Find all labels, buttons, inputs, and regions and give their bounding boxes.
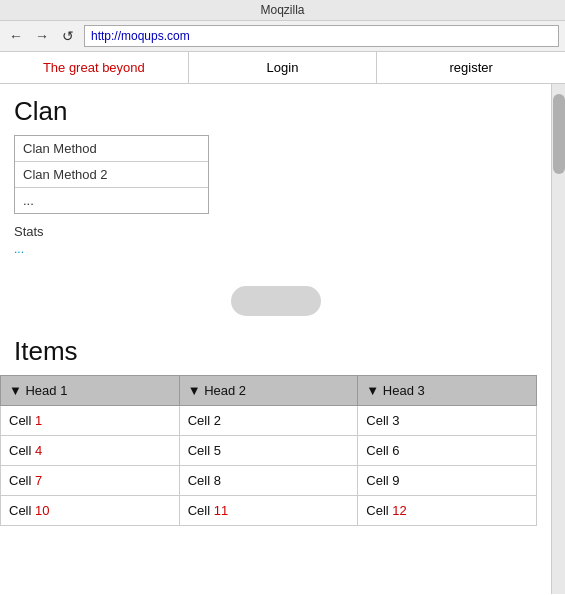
cell-2-2: Cell 5 [179, 436, 358, 466]
oval-button[interactable] [231, 286, 321, 316]
cell-3-1-num: 7 [35, 473, 42, 488]
cell-1-1-num: 1 [35, 413, 42, 428]
cell-3-2: Cell 8 [179, 466, 358, 496]
main-wrapper: Clan Clan Method Clan Method 2 ... Stats… [0, 84, 565, 594]
forward-button[interactable]: → [32, 26, 52, 46]
cell-1-2: Cell 2 [179, 406, 358, 436]
table-row: Cell 10 Cell 11 Cell 12 [1, 496, 537, 526]
items-table: ▼ Head 1 ▼ Head 2 ▼ Head 3 Cell 1 Cell 2… [0, 375, 537, 526]
refresh-button[interactable]: ↺ [58, 26, 78, 46]
clan-method-1[interactable]: Clan Method [15, 136, 208, 162]
cell-1-3: Cell 3 [358, 406, 537, 436]
tab-home[interactable]: The great beyond [0, 52, 189, 83]
cell-2-3: Cell 6 [358, 436, 537, 466]
cell-2-1: Cell 4 [1, 436, 180, 466]
tab-login[interactable]: Login [189, 52, 378, 83]
cell-4-1: Cell 10 [1, 496, 180, 526]
clan-method-2[interactable]: Clan Method 2 [15, 162, 208, 188]
scrollbar-track[interactable] [551, 84, 565, 594]
table-row: Cell 7 Cell 8 Cell 9 [1, 466, 537, 496]
cell-3-3: Cell 9 [358, 466, 537, 496]
address-input[interactable] [84, 25, 559, 47]
stats-label: Stats [14, 224, 537, 239]
content-area: Clan Clan Method Clan Method 2 ... Stats… [0, 84, 551, 594]
browser-toolbar: ← → ↺ [0, 21, 565, 52]
table-header-2[interactable]: ▼ Head 2 [179, 376, 358, 406]
cell-4-1-num: 10 [35, 503, 49, 518]
nav-tabs: The great beyond Login register [0, 52, 565, 84]
cell-3-1: Cell 7 [1, 466, 180, 496]
cell-2-1-num: 4 [35, 443, 42, 458]
cell-4-3: Cell 12 [358, 496, 537, 526]
table-header-3[interactable]: ▼ Head 3 [358, 376, 537, 406]
cell-4-2-num: 11 [214, 503, 228, 518]
clan-method-3[interactable]: ... [15, 188, 208, 213]
back-button[interactable]: ← [6, 26, 26, 46]
clan-box: Clan Method Clan Method 2 ... [14, 135, 209, 214]
browser-title: Moqzilla [0, 0, 565, 21]
cell-4-3-num: 12 [392, 503, 406, 518]
table-row: Cell 1 Cell 2 Cell 3 [1, 406, 537, 436]
stats-link[interactable]: ... [14, 242, 24, 256]
scrollbar-thumb[interactable] [553, 94, 565, 174]
cell-1-1: Cell 1 [1, 406, 180, 436]
table-header-1[interactable]: ▼ Head 1 [1, 376, 180, 406]
tab-register[interactable]: register [377, 52, 565, 83]
cell-4-2: Cell 11 [179, 496, 358, 526]
clan-title: Clan [14, 96, 537, 127]
items-title: Items [14, 336, 537, 367]
table-row: Cell 4 Cell 5 Cell 6 [1, 436, 537, 466]
